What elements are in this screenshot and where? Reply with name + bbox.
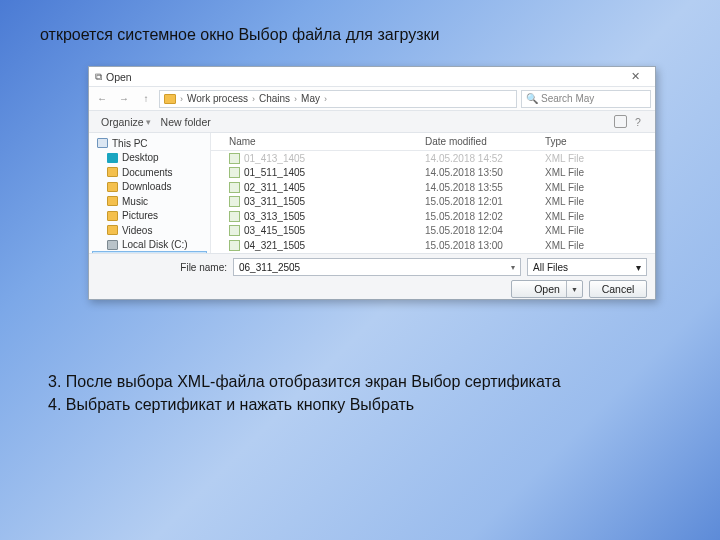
- file-row[interactable]: 04_321_150515.05.2018 13:00XML File: [211, 238, 655, 253]
- location-icon: [107, 167, 118, 177]
- file-date: 15.05.2018 12:01: [425, 196, 545, 207]
- breadcrumb-seg[interactable]: May: [301, 93, 320, 104]
- file-type: XML File: [545, 225, 655, 236]
- organize-button[interactable]: Organize▾: [97, 114, 155, 130]
- file-name: 03_313_1505: [244, 211, 305, 222]
- search-icon: 🔍: [526, 93, 538, 104]
- location-icon: [107, 240, 118, 250]
- file-type: XML File: [545, 211, 655, 222]
- location-icon: [107, 225, 118, 235]
- file-date: 14.05.2018 14:52: [425, 153, 545, 164]
- file-row[interactable]: 03_415_150515.05.2018 12:04XML File: [211, 224, 655, 239]
- breadcrumb[interactable]: › Work process › Chains › May ›: [159, 90, 517, 108]
- chevron-down-icon: ▾: [146, 117, 151, 127]
- nav-tree[interactable]: This PCDesktopDocumentsDownloadsMusicPic…: [89, 133, 211, 253]
- help-button[interactable]: ?: [629, 113, 647, 131]
- nav-bar: ← → ↑ › Work process › Chains › May › 🔍 …: [89, 87, 655, 111]
- cancel-button[interactable]: Cancel: [589, 280, 647, 298]
- tree-item[interactable]: Pictures: [93, 209, 206, 224]
- chevron-icon: ›: [294, 94, 297, 104]
- file-date: 15.05.2018 12:04: [425, 225, 545, 236]
- dialog-body: This PCDesktopDocumentsDownloadsMusicPic…: [89, 133, 655, 253]
- file-name: 01_413_1405: [244, 153, 305, 164]
- col-name[interactable]: Name: [225, 136, 425, 147]
- new-folder-button[interactable]: New folder: [157, 114, 215, 130]
- chevron-icon: ›: [180, 94, 183, 104]
- file-date: 15.05.2018 12:02: [425, 211, 545, 222]
- file-name: 03_415_1505: [244, 225, 305, 236]
- toolbar: Organize▾ New folder ?: [89, 111, 655, 133]
- file-name: 02_311_1405: [244, 182, 305, 193]
- step-4: 4. Выбрать сертификат и нажать кнопку Вы…: [48, 393, 561, 416]
- file-row[interactable]: 03_313_150515.05.2018 12:02XML File: [211, 209, 655, 224]
- breadcrumb-seg[interactable]: Work process: [187, 93, 248, 104]
- file-name: 03_311_1505: [244, 196, 305, 207]
- file-icon: [229, 153, 240, 164]
- tree-item-label: Videos: [122, 225, 152, 236]
- location-icon: [97, 138, 108, 148]
- forward-button[interactable]: →: [115, 90, 133, 108]
- tree-item[interactable]: Videos: [93, 223, 206, 238]
- tree-item-label: Documents: [122, 167, 173, 178]
- tree-item-label: Pictures: [122, 210, 158, 221]
- file-row[interactable]: 01_413_140514.05.2018 14:52XML File: [211, 151, 655, 166]
- caption-top: откроется системное окно Выбор файла для…: [40, 26, 440, 44]
- file-name-label: File name:: [97, 262, 227, 273]
- caption-bottom: 3. После выбора XML-файла отобразится эк…: [48, 370, 561, 416]
- file-icon: [229, 182, 240, 193]
- dialog-footer: File name: 06_311_2505 ▾ All Files ▾ Ope…: [89, 253, 655, 299]
- step-3: 3. После выбора XML-файла отобразится эк…: [48, 370, 561, 393]
- file-date: 14.05.2018 13:50: [425, 167, 545, 178]
- tree-item[interactable]: Desktop: [93, 151, 206, 166]
- tree-item[interactable]: Downloads: [93, 180, 206, 195]
- location-icon: [107, 196, 118, 206]
- close-button[interactable]: ✕: [621, 70, 649, 83]
- tree-item-label: This PC: [112, 138, 148, 149]
- up-button[interactable]: ↑: [137, 90, 155, 108]
- file-type: XML File: [545, 240, 655, 251]
- tree-item-label: Music: [122, 196, 148, 207]
- file-list: Name Date modified Type 01_413_140514.05…: [211, 133, 655, 253]
- tree-item[interactable]: Documents: [93, 165, 206, 180]
- location-icon: [107, 182, 118, 192]
- chevron-down-icon[interactable]: ▾: [511, 263, 515, 272]
- file-icon: [229, 211, 240, 222]
- file-icon: [229, 196, 240, 207]
- back-button[interactable]: ←: [93, 90, 111, 108]
- tree-item[interactable]: This PC: [93, 136, 206, 151]
- file-type-filter[interactable]: All Files ▾: [527, 258, 647, 276]
- tree-item[interactable]: Music: [93, 194, 206, 209]
- chevron-down-icon[interactable]: ▼: [571, 286, 578, 293]
- search-placeholder: Search May: [541, 93, 594, 104]
- search-input[interactable]: 🔍 Search May: [521, 90, 651, 108]
- breadcrumb-seg[interactable]: Chains: [259, 93, 290, 104]
- location-icon: [107, 211, 118, 221]
- tree-item-label: Desktop: [122, 152, 159, 163]
- view-options-icon[interactable]: [614, 115, 627, 128]
- file-icon: [229, 167, 240, 178]
- file-row[interactable]: 02_311_140514.05.2018 13:55XML File: [211, 180, 655, 195]
- file-date: 15.05.2018 13:00: [425, 240, 545, 251]
- file-name: 01_511_1405: [244, 167, 305, 178]
- app-icon: ⧉: [95, 71, 102, 83]
- col-type[interactable]: Type: [545, 136, 655, 147]
- file-type: XML File: [545, 167, 655, 178]
- file-type: XML File: [545, 153, 655, 164]
- file-date: 14.05.2018 13:55: [425, 182, 545, 193]
- chevron-icon: ›: [252, 94, 255, 104]
- tree-item[interactable]: Local Disk (C:): [93, 238, 206, 253]
- list-header[interactable]: Name Date modified Type: [211, 133, 655, 151]
- file-name: 04_321_1505: [244, 240, 305, 251]
- file-type: XML File: [545, 182, 655, 193]
- tree-item-label: Downloads: [122, 181, 171, 192]
- file-icon: [229, 225, 240, 236]
- file-name-input[interactable]: 06_311_2505 ▾: [233, 258, 521, 276]
- open-file-dialog: ⧉ Open ✕ ← → ↑ › Work process › Chains ›…: [88, 66, 656, 300]
- file-row[interactable]: 03_311_150515.05.2018 12:01XML File: [211, 195, 655, 210]
- col-date[interactable]: Date modified: [425, 136, 545, 147]
- file-icon: [229, 240, 240, 251]
- location-icon: [107, 153, 118, 163]
- open-button[interactable]: Open▼: [511, 280, 583, 298]
- chevron-icon: ›: [324, 94, 327, 104]
- file-row[interactable]: 01_511_140514.05.2018 13:50XML File: [211, 166, 655, 181]
